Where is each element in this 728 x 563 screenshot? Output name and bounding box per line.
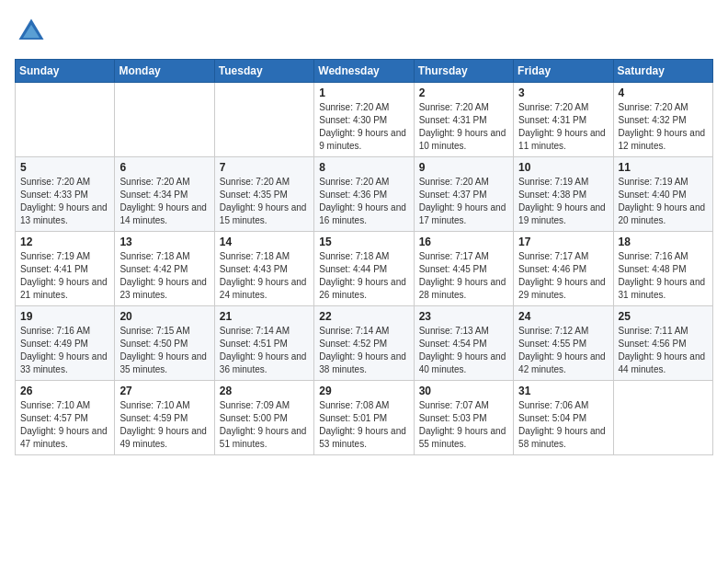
day-info: Sunrise: 7:08 AM Sunset: 5:01 PM Dayligh… xyxy=(319,399,408,451)
day-info: Sunrise: 7:18 AM Sunset: 4:42 PM Dayligh… xyxy=(119,250,209,302)
day-number: 2 xyxy=(419,86,508,99)
calendar-cell xyxy=(115,83,214,157)
day-number: 14 xyxy=(220,236,309,248)
day-info: Sunrise: 7:20 AM Sunset: 4:35 PM Dayligh… xyxy=(220,176,309,227)
calendar-header-wednesday: Wednesday xyxy=(314,60,414,83)
day-number: 30 xyxy=(419,385,508,397)
day-info: Sunrise: 7:20 AM Sunset: 4:36 PM Dayligh… xyxy=(319,176,408,227)
calendar-cell: 29Sunrise: 7:08 AM Sunset: 5:01 PM Dayli… xyxy=(314,381,414,455)
calendar-header-friday: Friday xyxy=(514,60,613,83)
calendar-cell: 28Sunrise: 7:09 AM Sunset: 5:00 PM Dayli… xyxy=(214,381,313,455)
calendar-cell: 5Sunrise: 7:20 AM Sunset: 4:33 PM Daylig… xyxy=(16,157,115,232)
day-info: Sunrise: 7:06 AM Sunset: 5:04 PM Dayligh… xyxy=(518,399,608,451)
calendar-cell: 1Sunrise: 7:20 AM Sunset: 4:30 PM Daylig… xyxy=(314,83,414,157)
day-info: Sunrise: 7:17 AM Sunset: 4:45 PM Dayligh… xyxy=(419,250,508,302)
day-number: 19 xyxy=(20,310,109,323)
calendar-cell: 9Sunrise: 7:20 AM Sunset: 4:37 PM Daylig… xyxy=(414,157,513,232)
day-number: 5 xyxy=(20,161,109,174)
day-info: Sunrise: 7:20 AM Sunset: 4:31 PM Dayligh… xyxy=(518,101,608,153)
calendar-cell: 15Sunrise: 7:18 AM Sunset: 4:44 PM Dayli… xyxy=(314,232,414,306)
calendar-cell xyxy=(613,381,712,455)
day-number: 28 xyxy=(220,385,309,397)
calendar-week-row: 19Sunrise: 7:16 AM Sunset: 4:49 PM Dayli… xyxy=(16,306,713,381)
day-number: 7 xyxy=(220,161,309,174)
day-number: 4 xyxy=(619,86,708,99)
page-header xyxy=(15,15,713,48)
day-info: Sunrise: 7:11 AM Sunset: 4:56 PM Dayligh… xyxy=(619,325,708,376)
calendar-cell: 7Sunrise: 7:20 AM Sunset: 4:35 PM Daylig… xyxy=(214,157,313,232)
calendar-cell: 24Sunrise: 7:12 AM Sunset: 4:55 PM Dayli… xyxy=(514,306,613,381)
day-info: Sunrise: 7:19 AM Sunset: 4:41 PM Dayligh… xyxy=(20,250,109,302)
calendar-cell: 20Sunrise: 7:15 AM Sunset: 4:50 PM Dayli… xyxy=(115,306,214,381)
calendar-cell: 6Sunrise: 7:20 AM Sunset: 4:34 PM Daylig… xyxy=(115,157,214,232)
calendar-header-saturday: Saturday xyxy=(613,60,712,83)
day-number: 26 xyxy=(20,385,109,397)
day-number: 27 xyxy=(119,385,209,397)
calendar-week-row: 5Sunrise: 7:20 AM Sunset: 4:33 PM Daylig… xyxy=(16,157,713,232)
day-number: 12 xyxy=(20,236,109,248)
day-info: Sunrise: 7:14 AM Sunset: 4:51 PM Dayligh… xyxy=(220,325,309,376)
day-info: Sunrise: 7:20 AM Sunset: 4:34 PM Dayligh… xyxy=(119,176,209,227)
day-number: 24 xyxy=(518,310,608,323)
calendar-header-thursday: Thursday xyxy=(414,60,513,83)
day-info: Sunrise: 7:19 AM Sunset: 4:38 PM Dayligh… xyxy=(518,176,608,227)
calendar-cell: 27Sunrise: 7:10 AM Sunset: 4:59 PM Dayli… xyxy=(115,381,214,455)
day-number: 20 xyxy=(119,310,209,323)
day-info: Sunrise: 7:12 AM Sunset: 4:55 PM Dayligh… xyxy=(518,325,608,376)
calendar-header-monday: Monday xyxy=(115,60,214,83)
day-number: 10 xyxy=(518,161,608,174)
calendar-cell: 19Sunrise: 7:16 AM Sunset: 4:49 PM Dayli… xyxy=(16,306,115,381)
calendar-cell: 10Sunrise: 7:19 AM Sunset: 4:38 PM Dayli… xyxy=(514,157,613,232)
calendar-cell: 13Sunrise: 7:18 AM Sunset: 4:42 PM Dayli… xyxy=(115,232,214,306)
calendar-cell: 14Sunrise: 7:18 AM Sunset: 4:43 PM Dayli… xyxy=(214,232,313,306)
calendar-cell: 30Sunrise: 7:07 AM Sunset: 5:03 PM Dayli… xyxy=(414,381,513,455)
day-number: 21 xyxy=(220,310,309,323)
calendar-cell: 12Sunrise: 7:19 AM Sunset: 4:41 PM Dayli… xyxy=(16,232,115,306)
day-info: Sunrise: 7:20 AM Sunset: 4:30 PM Dayligh… xyxy=(319,101,408,153)
calendar-cell: 2Sunrise: 7:20 AM Sunset: 4:31 PM Daylig… xyxy=(414,83,513,157)
calendar-cell: 31Sunrise: 7:06 AM Sunset: 5:04 PM Dayli… xyxy=(514,381,613,455)
calendar-week-row: 26Sunrise: 7:10 AM Sunset: 4:57 PM Dayli… xyxy=(16,381,713,455)
calendar-cell: 3Sunrise: 7:20 AM Sunset: 4:31 PM Daylig… xyxy=(514,83,613,157)
calendar-cell: 23Sunrise: 7:13 AM Sunset: 4:54 PM Dayli… xyxy=(414,306,513,381)
calendar-cell: 25Sunrise: 7:11 AM Sunset: 4:56 PM Dayli… xyxy=(613,306,712,381)
calendar-cell: 8Sunrise: 7:20 AM Sunset: 4:36 PM Daylig… xyxy=(314,157,414,232)
day-info: Sunrise: 7:13 AM Sunset: 4:54 PM Dayligh… xyxy=(419,325,508,376)
calendar-cell xyxy=(16,83,115,157)
day-number: 17 xyxy=(518,236,608,248)
calendar-cell: 21Sunrise: 7:14 AM Sunset: 4:51 PM Dayli… xyxy=(214,306,313,381)
day-number: 15 xyxy=(319,236,408,248)
day-info: Sunrise: 7:17 AM Sunset: 4:46 PM Dayligh… xyxy=(518,250,608,302)
calendar-cell: 4Sunrise: 7:20 AM Sunset: 4:32 PM Daylig… xyxy=(613,83,712,157)
calendar-cell: 22Sunrise: 7:14 AM Sunset: 4:52 PM Dayli… xyxy=(314,306,414,381)
day-info: Sunrise: 7:18 AM Sunset: 4:43 PM Dayligh… xyxy=(220,250,309,302)
day-number: 6 xyxy=(119,161,209,174)
day-number: 31 xyxy=(518,385,608,397)
calendar-cell: 16Sunrise: 7:17 AM Sunset: 4:45 PM Dayli… xyxy=(414,232,513,306)
day-info: Sunrise: 7:20 AM Sunset: 4:37 PM Dayligh… xyxy=(419,176,508,227)
calendar-cell xyxy=(214,83,313,157)
day-number: 11 xyxy=(619,161,708,174)
day-info: Sunrise: 7:09 AM Sunset: 5:00 PM Dayligh… xyxy=(220,399,309,451)
day-info: Sunrise: 7:20 AM Sunset: 4:31 PM Dayligh… xyxy=(419,101,508,153)
day-number: 1 xyxy=(319,86,408,99)
calendar-cell: 17Sunrise: 7:17 AM Sunset: 4:46 PM Dayli… xyxy=(514,232,613,306)
calendar-header-row: SundayMondayTuesdayWednesdayThursdayFrid… xyxy=(16,60,713,83)
day-number: 9 xyxy=(419,161,508,174)
calendar-header-sunday: Sunday xyxy=(16,60,115,83)
logo xyxy=(15,15,51,48)
day-info: Sunrise: 7:16 AM Sunset: 4:48 PM Dayligh… xyxy=(619,250,708,302)
calendar-table: SundayMondayTuesdayWednesdayThursdayFrid… xyxy=(15,59,713,455)
day-number: 22 xyxy=(319,310,408,323)
day-number: 3 xyxy=(518,86,608,99)
day-number: 18 xyxy=(619,236,708,248)
day-info: Sunrise: 7:10 AM Sunset: 4:59 PM Dayligh… xyxy=(119,399,209,451)
day-info: Sunrise: 7:20 AM Sunset: 4:32 PM Dayligh… xyxy=(619,101,708,153)
day-info: Sunrise: 7:19 AM Sunset: 4:40 PM Dayligh… xyxy=(619,176,708,227)
day-info: Sunrise: 7:15 AM Sunset: 4:50 PM Dayligh… xyxy=(119,325,209,376)
logo-icon xyxy=(15,15,48,48)
day-info: Sunrise: 7:07 AM Sunset: 5:03 PM Dayligh… xyxy=(419,399,508,451)
calendar-cell: 26Sunrise: 7:10 AM Sunset: 4:57 PM Dayli… xyxy=(16,381,115,455)
day-info: Sunrise: 7:14 AM Sunset: 4:52 PM Dayligh… xyxy=(319,325,408,376)
day-number: 16 xyxy=(419,236,508,248)
